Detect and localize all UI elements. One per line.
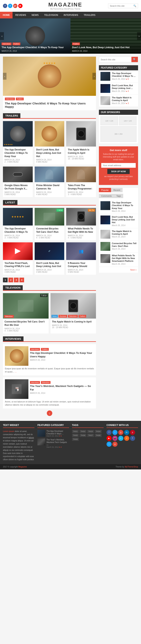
tabs-bar: Popular Recent xyxy=(99,188,138,192)
sidebar-feat-item-meta-3: March 26, 2014 ● 3 xyxy=(112,102,136,104)
trailer-card-title-4: Google Glass Moves On From Google X... xyxy=(4,184,31,190)
footer-brand-link[interactable]: Magazine xyxy=(18,466,27,468)
tag-6[interactable]: TAG6 xyxy=(80,434,86,437)
connect-linkedin[interactable]: in xyxy=(124,430,129,435)
connect-twitter-2[interactable]: t xyxy=(106,442,112,447)
facebook-icon[interactable]: f xyxy=(3,4,7,8)
latest-img-5: 🔗 xyxy=(35,242,64,260)
connect-pinterest[interactable]: p xyxy=(130,430,135,435)
trailer-img-4 xyxy=(3,166,33,182)
trailers-section-header: TRAILERS xyxy=(3,113,96,119)
trailers-grid: ★★★★★ The App Developer Checklist: 6 Way… xyxy=(3,121,96,197)
trailer-card-meta-3: MARCH 26, 2014 16 - 18 MIN READ xyxy=(68,156,94,160)
trailers-title: TRAILERS xyxy=(3,113,20,118)
tag-2[interactable]: TAG2 xyxy=(80,430,86,433)
sidebar-search-input[interactable] xyxy=(99,57,132,62)
sidebar-pop-title-5: What Pebble Needs To Get Right With Its … xyxy=(112,254,136,262)
latest-card-meta-6: MARCH 26, 2014 9 MIN READ xyxy=(68,269,94,273)
int-tag-trailers-1: Trailers xyxy=(41,348,49,351)
interview-text-1: Eaque ipsa quae ab illo inventore verita… xyxy=(5,367,94,374)
trailer-card-5: Prime Minister David Cameron: No MARCH 2… xyxy=(35,166,64,197)
tag-3[interactable]: TAG3 xyxy=(87,430,94,433)
connect-facebook-2[interactable]: f xyxy=(130,436,135,441)
copyright: 2017 © copyright Magazine xyxy=(3,466,27,468)
mythemeshop-link[interactable]: MyThemeShop xyxy=(125,466,138,468)
connect-googleplus[interactable]: g xyxy=(118,430,124,435)
newsletter-widget: Get more stuff Subscribe to our mailing … xyxy=(99,146,138,185)
tv-rating-1: 7.8/10 xyxy=(40,294,48,297)
tag-4[interactable]: TAG4 xyxy=(95,430,102,433)
page-btn-3[interactable]: 3 xyxy=(14,278,18,282)
hero-prev-arrow[interactable]: ‹ xyxy=(0,32,4,40)
nav-television[interactable]: TELEVISION xyxy=(41,12,61,18)
tab-recent[interactable]: Recent xyxy=(111,188,122,192)
sponsor-box-1[interactable]: 126 × 126 xyxy=(100,116,118,125)
latest-section-header: LATEST xyxy=(3,200,96,206)
sidebar-feat-comments-3: ● 3 xyxy=(126,102,129,104)
nav-reviews[interactable]: REVIEWS xyxy=(12,12,29,18)
footer-top: TEXT WIDGET Lorem ipsum dolor sit amet, … xyxy=(0,421,141,464)
tab-comments[interactable]: Comments xyxy=(99,194,114,198)
header-search[interactable]: 🔍 xyxy=(108,4,138,8)
sidebar-pop-thumb-4 xyxy=(100,242,110,251)
hero-next-arrow[interactable]: › xyxy=(137,32,141,40)
connect-vimeo[interactable]: v xyxy=(118,436,124,441)
tv-card-1: 7.8/10 Television Connected Bicycles Tel… xyxy=(3,293,48,334)
latest-card-title-5: Don't Look Now, But Deep Linking Just Go… xyxy=(36,262,63,268)
connect-twitter[interactable]: t xyxy=(112,430,118,435)
hero-slide-2: Trailers Don't Look Now, But Deep Linkin… xyxy=(70,18,141,54)
featured-next-arrow[interactable]: › xyxy=(92,73,96,80)
sidebar-feat-item-meta-1: March 26, 2014 ● 6 xyxy=(112,78,136,80)
youtube-icon[interactable]: ▶ xyxy=(18,4,22,8)
tv-img-1: 7.8/10 Television xyxy=(3,293,48,318)
load-more-button[interactable]: ↓ xyxy=(47,410,52,416)
sidebar-search[interactable]: 🔍 xyxy=(99,56,138,62)
sponsor-box-3[interactable]: 300 × 250 xyxy=(100,126,136,142)
connect-facebook[interactable]: f xyxy=(106,430,112,435)
page-btn-1[interactable]: 1 xyxy=(3,278,8,282)
footer-feat-text-2: The Year's Weirdest, Wackiest Tech Gadge… xyxy=(46,438,69,446)
sidebar-feat-item-2: Don't Look Now, But Deep Linking Just ..… xyxy=(99,82,138,95)
newsletter-email-input[interactable] xyxy=(101,163,136,168)
nav-trailers[interactable]: TRAILERS xyxy=(81,12,98,18)
nav-news[interactable]: NEWS xyxy=(29,12,41,18)
interview-text-2: Animi, ut est laborum et dolorum fuga. U… xyxy=(5,400,94,406)
latest-score-badge-3: 86.7% xyxy=(88,209,95,212)
newsletter-signup-button[interactable]: SIGN UP NOW xyxy=(107,169,130,174)
googleplus-icon[interactable]: g+ xyxy=(13,4,18,8)
tag-8[interactable]: TAG8 xyxy=(95,434,102,437)
tag-5[interactable]: TAG5 xyxy=(72,434,79,437)
tag-1[interactable]: TAG1 xyxy=(72,430,79,433)
connect-youtube[interactable]: ▶ xyxy=(106,436,112,441)
interview-readmore-1[interactable]: ... xyxy=(15,370,17,373)
tv-tag-television: Television xyxy=(68,315,78,318)
connect-googleplus-2[interactable]: g xyxy=(112,442,118,447)
latest-card-meta-1: MARCH 26, 2014 3 - 4 MIN READ xyxy=(4,234,31,239)
page-btn-4[interactable]: 4 xyxy=(20,278,24,282)
connect-instagram[interactable]: 📷 xyxy=(112,436,118,441)
nav-home[interactable]: HOME xyxy=(0,12,12,18)
tag-7[interactable]: TAG7 xyxy=(87,434,94,437)
sidebar-search-button[interactable]: 🔍 xyxy=(132,57,138,62)
sidebar-next-link[interactable]: Next » xyxy=(130,268,136,271)
featured-prev-arrow[interactable]: ‹ xyxy=(3,73,6,80)
trailer-card-meta-2: MARCH 26, 2014 4 MIN READ xyxy=(36,159,63,163)
latest-img-1: ★★★★★ xyxy=(3,208,33,226)
connect-rss[interactable]: ⚡ xyxy=(124,436,129,441)
twitter-icon[interactable]: t xyxy=(8,4,12,8)
hero-date-2: MARCH 26, 2014 xyxy=(72,50,140,52)
trailer-card-3: The Apple Watch Is Coming In April MARCH… xyxy=(66,121,96,164)
tab-popular[interactable]: Popular xyxy=(99,188,111,192)
tag-9[interactable]: TAG9 xyxy=(72,438,79,441)
tv-tag-1: Television xyxy=(4,315,14,318)
search-icon[interactable]: 🔍 xyxy=(133,4,136,7)
sidebar-pop-title-1: The App Developer Checklist: 6 Ways To K… xyxy=(112,201,136,210)
sponsor-box-2[interactable]: 126 × 126 xyxy=(119,116,137,125)
nav-interviews[interactable]: INTERVIEWS xyxy=(61,12,81,18)
tab-tags[interactable]: Tags xyxy=(114,194,123,198)
latest-card-3: 86.7% What Pebble Needs To Get Right Wit… xyxy=(66,208,96,240)
tv-card-title-1: Connected Bicycles Tell Cars: Don't Run … xyxy=(4,320,47,327)
page-btn-2[interactable]: 2 xyxy=(8,278,13,282)
trailer-card-title-5: Prime Minister David Cameron: No xyxy=(36,184,63,190)
search-input[interactable] xyxy=(110,5,133,7)
